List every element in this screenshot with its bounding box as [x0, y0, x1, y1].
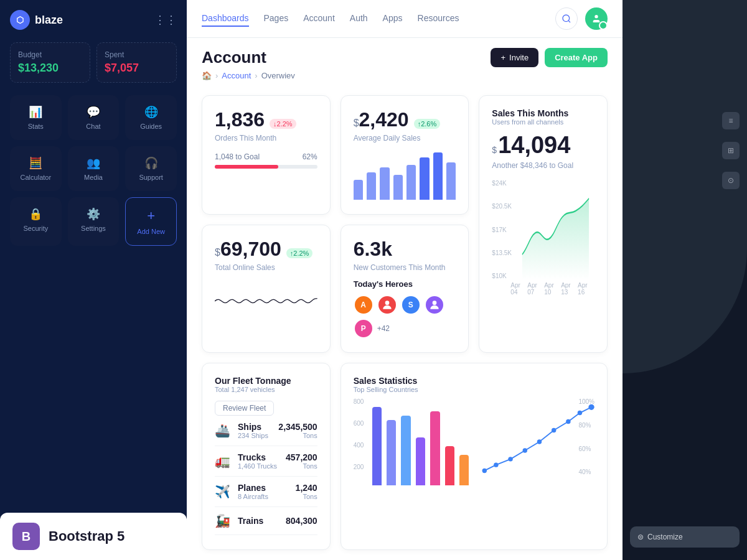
support-icon: 🎧 [144, 156, 158, 170]
svg-point-6 [494, 463, 498, 467]
main-content: Dashboards Pages Account Auth Apps Resou… [187, 0, 622, 560]
online-sales-value: 69,700 [220, 238, 281, 261]
svg-point-7 [509, 457, 513, 461]
right-panel: ≡ ⊞ ⊙ ⊜ Customize [622, 0, 747, 560]
top-nav: Dashboards Pages Account Auth Apps Resou… [187, 0, 622, 38]
stats-chart: 800 600 400 200 [354, 398, 594, 488]
nav-grid: 📊 Stats 💬 Chat 🌐 Guides 🧮 Calculator 👥 M… [10, 95, 177, 246]
dashboard-grid: 1,836 ↓2.2% Orders This Month 1,048 to G… [187, 85, 622, 560]
sidebar-item-calculator[interactable]: 🧮 Calculator [10, 146, 62, 191]
fleet-item: ✈️ Planes 8 Aircrafts 1,240 Tons [215, 477, 317, 507]
stats-icon: 📊 [29, 105, 42, 119]
stats-bar-area: 800 600 400 200 [354, 398, 469, 488]
fleet-title-section: Our Fleet Tonnage Total 1,247 vehicles [215, 376, 291, 393]
rp-icon-2[interactable]: ⊞ [722, 142, 740, 159]
sliders-icon: ⊜ [637, 533, 644, 541]
online-sales-label: Total Online Sales [215, 263, 317, 272]
nav-links: Dashboards Pages Account Auth Apps Resou… [202, 11, 459, 27]
fleet-item: 🚂 Trains 804,300 [215, 507, 317, 535]
sidebar-item-label: Guides [140, 123, 162, 130]
daily-sales-card: $ 2,420 ↑2.6% Average Daily Sales [341, 95, 469, 215]
bootstrap-label: Bootstrap 5 [49, 528, 125, 544]
daily-badge: ↑2.6% [414, 119, 441, 129]
plus-icon: + [500, 53, 505, 62]
wavy-chart [215, 279, 317, 323]
bar [354, 180, 363, 200]
nav-auth[interactable]: Auth [350, 11, 368, 27]
hero-avatar: A [354, 295, 374, 315]
rp-icon-1[interactable]: ≡ [722, 112, 740, 129]
nav-account[interactable]: Account [303, 11, 335, 27]
stats-line-area: 100% 80% 60% 40% [479, 398, 594, 488]
daily-bar-chart [354, 150, 456, 200]
daily-sales-value: 2,420 [359, 108, 409, 131]
svg-point-3 [385, 301, 389, 305]
trucks-icon: 🚛 [215, 454, 230, 469]
sidebar-item-add-new[interactable]: + Add New [125, 197, 177, 246]
breadcrumb-account[interactable]: Account [222, 71, 251, 80]
hero-avatar: S [401, 295, 421, 315]
fleet-title: Our Fleet Tonnage [215, 376, 291, 386]
bar [420, 157, 429, 200]
bar [446, 162, 456, 200]
nav-dashboards[interactable]: Dashboards [202, 11, 249, 27]
search-button[interactable] [555, 7, 578, 30]
sidebar-item-security[interactable]: 🔒 Security [10, 197, 62, 246]
sales-goal: Another $48,346 to Goal [492, 161, 594, 170]
breadcrumb-home-icon: 🏠 [202, 71, 212, 80]
logo: ⬡ blaze [10, 10, 63, 30]
create-app-button[interactable]: Create App [545, 48, 608, 67]
invite-button[interactable]: + Invite [491, 48, 538, 67]
bootstrap-icon: B [12, 523, 40, 550]
orders-card: 1,836 ↓2.2% Orders This Month 1,048 to G… [202, 95, 331, 215]
breadcrumb: 🏠 › Account › Overwiev [202, 71, 295, 80]
sidebar-item-media[interactable]: 👥 Media [68, 146, 120, 191]
progress-bar-bg [215, 165, 317, 169]
nav-resources[interactable]: Resources [418, 11, 459, 27]
hero-avatar: P [354, 319, 374, 338]
trains-icon: 🚂 [215, 513, 230, 528]
sidebar-item-guides[interactable]: 🌐 Guides [125, 95, 177, 140]
sidebar-item-chat[interactable]: 💬 Chat [68, 95, 120, 140]
sidebar-item-support[interactable]: 🎧 Support [125, 146, 177, 191]
breadcrumb-current: Overwiev [261, 71, 295, 80]
right-panel-icons: ≡ ⊞ ⊙ [722, 112, 740, 189]
metric-row: $ 69,700 ↑2.2% [215, 238, 317, 261]
hero-avatar [377, 295, 397, 315]
metric-row: 1,836 ↓2.2% [215, 108, 317, 131]
rp-icon-3[interactable]: ⊙ [722, 172, 740, 189]
calculator-icon: 🧮 [29, 156, 42, 170]
orders-badge: ↓2.2% [270, 119, 296, 129]
stats-bar [445, 446, 454, 485]
x-labels: Apr 04 Apr 07 Apr 10 Apr 13 Apr 16 [492, 282, 594, 296]
planes-icon: ✈️ [215, 484, 230, 499]
fleet-value: 2,345,500 Tons [278, 422, 317, 439]
sidebar-item-settings[interactable]: ⚙️ Settings [68, 197, 120, 246]
fleet-value: 804,300 [286, 516, 317, 526]
svg-point-2 [594, 15, 598, 18]
sidebar-item-label: Support [139, 174, 163, 181]
sidebar-item-stats[interactable]: 📊 Stats [10, 95, 62, 140]
metric-row: $ 2,420 ↑2.6% [354, 108, 456, 131]
sidebar-item-label: Stats [28, 123, 44, 130]
heroes-row: A S P +42 [354, 295, 456, 338]
customize-button[interactable]: ⊜ Customize [630, 526, 740, 548]
nav-pages[interactable]: Pages [264, 11, 289, 27]
nav-apps[interactable]: Apps [383, 11, 403, 27]
sales-value-row: $ 14,094 [492, 132, 594, 159]
svg-point-4 [432, 301, 436, 305]
sales-month-card: Sales This Months Users from all channel… [479, 95, 608, 353]
menu-icon[interactable]: ⋮⋮ [154, 13, 177, 27]
stats-bar [459, 455, 469, 485]
review-fleet-button[interactable]: Review Fleet [215, 401, 274, 416]
hero-count: +42 [377, 324, 390, 333]
settings-icon: ⚙️ [87, 207, 100, 221]
sidebar: ⬡ blaze ⋮⋮ Budget $13,230 Spent $7,057 📊… [0, 0, 187, 560]
bootstrap-badge: B Bootstrap 5 [0, 513, 187, 560]
sidebar-item-label: Settings [81, 225, 106, 232]
fleet-card: Our Fleet Tonnage Total 1,247 vehicles R… [202, 363, 331, 550]
customers-card: 6.3k New Customers This Month Today's He… [341, 225, 469, 353]
user-avatar[interactable] [585, 7, 608, 30]
svg-point-8 [523, 449, 527, 453]
y-axis: 800 600 400 200 [354, 398, 364, 485]
